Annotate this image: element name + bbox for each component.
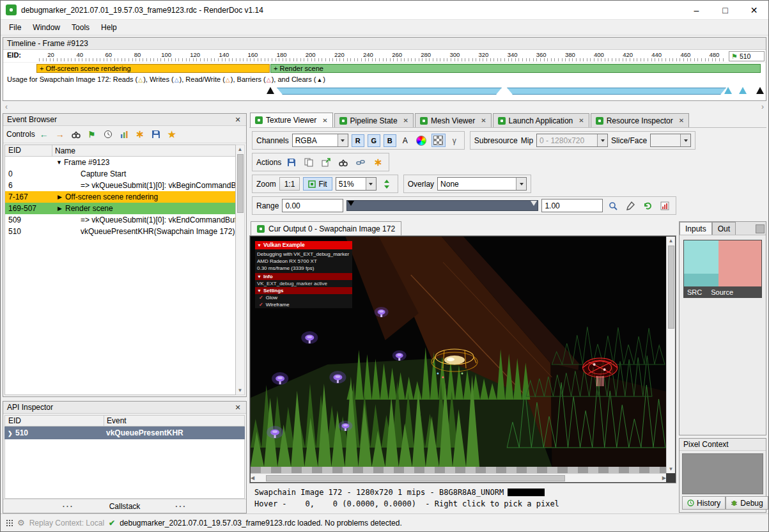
dock-tab[interactable]: Launch Application ✕ bbox=[493, 113, 589, 127]
statistics-icon[interactable] bbox=[117, 128, 131, 141]
autofit-eyedropper-icon[interactable] bbox=[623, 199, 637, 212]
expander-icon[interactable]: ▶ bbox=[58, 205, 65, 212]
thumbnail-image[interactable] bbox=[684, 240, 761, 286]
goto-location-icon[interactable] bbox=[336, 155, 350, 169]
eid-column-header[interactable]: EID bbox=[5, 145, 52, 156]
timeline-ruler[interactable]: EID: 20406080100120140160180200220240260… bbox=[3, 50, 766, 63]
range-min-input[interactable] bbox=[282, 199, 343, 212]
menu-item[interactable]: Window bbox=[27, 21, 66, 34]
texture-image[interactable]: ▼Vulkan Example Debugging with VK_EXT_de… bbox=[251, 237, 666, 467]
channels-select[interactable]: RGBA bbox=[292, 134, 348, 147]
expander-icon[interactable]: ▶ bbox=[58, 194, 65, 200]
current-output-tab[interactable]: Cur Output 0 - Swapchain Image 172 bbox=[251, 221, 401, 235]
debug-button[interactable]: Debug bbox=[726, 496, 768, 510]
menu-item[interactable]: Help bbox=[95, 21, 123, 34]
event-row[interactable]: 0 Capture Start bbox=[5, 168, 235, 180]
scroll-down-icon[interactable]: ▼ bbox=[669, 465, 674, 473]
display-vertical-scrollbar[interactable]: ▲ ▼ bbox=[666, 237, 675, 473]
scroll-right-icon[interactable]: ▶ bbox=[662, 474, 666, 482]
time-events-clock-icon[interactable] bbox=[101, 128, 115, 141]
texture-settings-icon[interactable]: ∗ bbox=[371, 155, 385, 169]
name-column-header[interactable]: Name bbox=[52, 145, 235, 156]
channel-blue-button[interactable]: B bbox=[384, 134, 396, 147]
history-button[interactable]: History bbox=[682, 496, 726, 510]
event-row[interactable]: 169-507 ▶Render scene bbox=[5, 203, 235, 214]
reset-range-icon[interactable] bbox=[641, 199, 655, 212]
slice-face-select[interactable] bbox=[650, 134, 691, 147]
event-row[interactable]: 7-167 ▶Off-screen scene rendering bbox=[5, 191, 235, 203]
api-event-row[interactable]: ❯510 vkQueuePresentKHR bbox=[4, 426, 245, 439]
event-row[interactable]: 509 => vkQueueSubmit(1)[0]: vkEndCommand… bbox=[5, 214, 235, 226]
scroll-down-icon[interactable]: ▼ bbox=[238, 386, 243, 395]
scroll-right-icon[interactable]: › bbox=[761, 102, 764, 112]
jump-to-eid-flag-icon[interactable]: ⚑ bbox=[85, 128, 99, 141]
eid-column-header[interactable]: EID bbox=[5, 416, 104, 426]
maximize-button[interactable]: □ bbox=[711, 1, 740, 20]
event-row[interactable]: 510 vkQueuePresentKHR(Swapchain Image 17… bbox=[5, 226, 235, 237]
histogram-icon[interactable] bbox=[658, 199, 672, 212]
input-thumbnail[interactable]: SRC Source bbox=[683, 240, 762, 298]
scroll-left-icon[interactable]: ‹ bbox=[5, 102, 8, 112]
menu-item[interactable]: Tools bbox=[66, 21, 95, 34]
bookmark-star-icon[interactable]: ★ bbox=[165, 128, 179, 141]
dock-options-icon[interactable] bbox=[756, 224, 765, 233]
flip-vertical-icon[interactable] bbox=[380, 177, 394, 191]
expander-icon[interactable]: ▼ bbox=[56, 159, 64, 166]
overlay-checkbox-wireframe[interactable]: ✓Wireframe bbox=[255, 301, 352, 308]
close-button[interactable]: ✕ bbox=[740, 1, 768, 20]
dock-tab[interactable]: Mesh Viewer ✕ bbox=[415, 113, 492, 127]
pixel-context-view[interactable] bbox=[682, 453, 763, 494]
range-white-marker[interactable] bbox=[531, 201, 537, 206]
checkerboard-background-icon[interactable] bbox=[431, 134, 446, 147]
scrollbar-thumb[interactable] bbox=[668, 246, 674, 329]
zoom-fit-button[interactable]: Fit bbox=[303, 177, 332, 191]
scrollbar-thumb[interactable] bbox=[237, 154, 244, 213]
dock-tab[interactable]: Texture Viewer ✕ bbox=[250, 113, 333, 127]
tab-outputs[interactable]: Out bbox=[712, 222, 736, 235]
dock-tab[interactable]: Resource Inspector ✕ bbox=[591, 113, 689, 127]
channel-green-button[interactable]: G bbox=[368, 134, 380, 147]
scrollbar-thumb[interactable] bbox=[266, 475, 565, 481]
tab-close-icon[interactable]: ✕ bbox=[481, 117, 486, 124]
dock-tab[interactable]: Pipeline State ✕ bbox=[334, 113, 414, 127]
tab-close-icon[interactable]: ✕ bbox=[403, 117, 408, 124]
scroll-up-icon[interactable]: ▲ bbox=[669, 237, 674, 245]
export-events-icon[interactable] bbox=[149, 128, 163, 141]
next-event-icon[interactable]: → bbox=[53, 128, 67, 141]
channel-alpha-button[interactable]: A bbox=[400, 134, 411, 147]
event-row[interactable]: ▼Frame #9123 bbox=[5, 157, 235, 168]
previous-event-icon[interactable]: ← bbox=[37, 128, 51, 141]
find-event-icon[interactable] bbox=[69, 128, 83, 141]
tab-inputs[interactable]: Inputs bbox=[680, 222, 712, 235]
splitter-handle[interactable]: ··· bbox=[63, 502, 74, 511]
filter-settings-icon[interactable]: ∗ bbox=[133, 128, 147, 141]
copy-texture-icon[interactable] bbox=[302, 155, 316, 169]
tab-close-icon[interactable]: ✕ bbox=[322, 117, 327, 124]
mip-select[interactable]: 0 - 1280x720 bbox=[536, 134, 608, 147]
event-row[interactable]: 6 => vkQueueSubmit(1)[0]: vkBeginCommand… bbox=[5, 180, 235, 191]
overlay-select[interactable]: None bbox=[437, 177, 527, 191]
expander-icon[interactable]: ❯ bbox=[8, 430, 15, 437]
panel-close-icon[interactable]: ✕ bbox=[233, 116, 243, 124]
scroll-up-icon[interactable]: ▲ bbox=[238, 145, 243, 153]
offscreen-marker-bar[interactable]: + Off-screen scene rendering bbox=[36, 64, 270, 73]
zoom-percent-select[interactable]: 51% bbox=[336, 177, 377, 191]
minimize-button[interactable]: – bbox=[682, 1, 711, 20]
channel-red-button[interactable]: R bbox=[352, 134, 364, 147]
event-browser-scrollbar[interactable]: ▲ ▼ bbox=[236, 145, 245, 395]
zoom-range-icon[interactable] bbox=[606, 199, 620, 212]
range-slider[interactable] bbox=[346, 200, 538, 211]
range-max-input[interactable] bbox=[541, 199, 603, 212]
save-texture-icon[interactable] bbox=[284, 155, 299, 169]
event-column-header[interactable]: Event bbox=[104, 416, 244, 426]
overlay-checkbox-glow[interactable]: ✓Glow bbox=[255, 294, 352, 301]
resource-link-icon[interactable] bbox=[353, 155, 368, 169]
render-scene-marker-bar[interactable]: + Render scene bbox=[270, 64, 761, 73]
open-in-new-window-icon[interactable] bbox=[319, 155, 333, 169]
current-eid-marker[interactable]: ⚑ 510 bbox=[729, 51, 765, 61]
tab-close-icon[interactable]: ✕ bbox=[579, 117, 584, 124]
splitter-handle[interactable]: ··· bbox=[175, 502, 187, 511]
panel-close-icon[interactable]: ✕ bbox=[233, 403, 243, 412]
zoom-1to1-button[interactable]: 1:1 bbox=[279, 177, 300, 191]
tab-close-icon[interactable]: ✕ bbox=[679, 117, 684, 124]
